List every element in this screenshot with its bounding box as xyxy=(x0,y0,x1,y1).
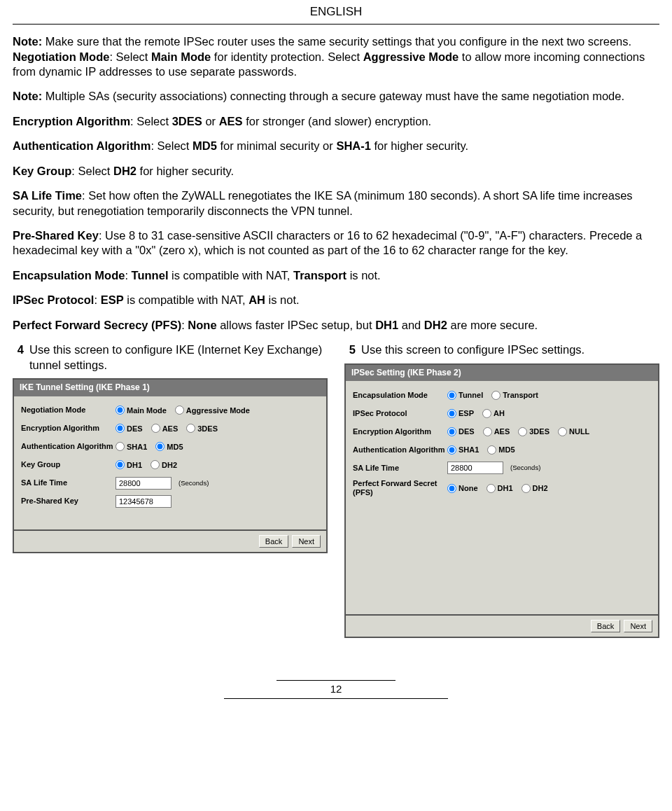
radio-input[interactable] xyxy=(483,427,492,436)
row-encapmode: Encapsulation Mode Tunnel Transport xyxy=(353,388,652,402)
salife2-input[interactable] xyxy=(447,462,503,474)
radio-input[interactable] xyxy=(447,445,456,455)
taes: AES xyxy=(219,115,243,127)
note-1: Note: Make sure that the remote IPSec ro… xyxy=(13,34,659,49)
radio-input[interactable] xyxy=(447,427,456,436)
back-button[interactable]: Back xyxy=(259,535,288,548)
radio-none[interactable]: None xyxy=(447,483,478,493)
radio-input[interactable] xyxy=(175,406,184,415)
radio-sha1-2[interactable]: SHA1 xyxy=(447,445,479,455)
row-psk: Pre-Shared Key xyxy=(21,494,321,508)
radio-3des[interactable]: 3DES xyxy=(186,424,218,434)
radio-des2[interactable]: DES xyxy=(447,427,475,436)
ipsec-panel-body: Encapsulation Mode Tunnel Transport IPSe… xyxy=(346,381,658,614)
radio-main-mode[interactable]: Main Mode xyxy=(115,406,167,415)
radio-input[interactable] xyxy=(115,424,125,433)
radio-input[interactable] xyxy=(115,442,125,451)
back-button[interactable]: Back xyxy=(591,620,620,632)
negmode-label: Negotiation Mode xyxy=(21,406,115,415)
note-2: Note: Multiple SAs (security association… xyxy=(13,89,659,104)
row-encalg1: Encryption Algorithm DES AES 3DES xyxy=(21,422,321,436)
step-5-num: 5 xyxy=(344,342,356,357)
authalg-term: Authentication Algorithm xyxy=(13,139,150,152)
para-encalg: Encryption Algorithm: Select 3DES or AES… xyxy=(13,114,659,129)
t: : xyxy=(181,319,188,331)
radio-input[interactable] xyxy=(486,484,496,493)
radio-input[interactable] xyxy=(487,445,496,455)
row-salife1: SA Life Time (Seconds) xyxy=(21,476,321,490)
radio-input[interactable] xyxy=(558,427,567,436)
radio-pfs-dh2[interactable]: DH2 xyxy=(522,483,548,493)
opt-label: None xyxy=(458,483,478,493)
keygroup-label: Key Group xyxy=(21,460,115,469)
radio-transport[interactable]: Transport xyxy=(491,390,538,400)
opt-label: DES xyxy=(458,427,475,436)
radio-aggressive-mode[interactable]: Aggressive Mode xyxy=(175,406,250,415)
radio-input[interactable] xyxy=(518,427,527,436)
authalg2-label: Authentication Algorithm xyxy=(353,445,447,455)
radio-input[interactable] xyxy=(115,406,125,415)
radio-ah[interactable]: AH xyxy=(482,408,505,418)
para-salife: SA Life Time: Set how often the ZyWALL r… xyxy=(13,188,659,219)
step-4-text: Use this screen to configure IKE (Intern… xyxy=(29,342,328,373)
radio-aes[interactable]: AES xyxy=(151,424,178,434)
t: for higher security. xyxy=(136,165,234,177)
radio-input[interactable] xyxy=(151,424,160,433)
aggressive-term: Aggressive Mode xyxy=(363,50,459,63)
pfs-options: None DH1 DH2 xyxy=(447,483,652,493)
radio-aes2[interactable]: AES xyxy=(483,427,510,436)
salife1-input[interactable] xyxy=(115,477,172,490)
opt-label: DH2 xyxy=(533,483,548,493)
radio-input[interactable] xyxy=(150,460,160,469)
next-button[interactable]: Next xyxy=(624,620,652,632)
radio-esp[interactable]: ESP xyxy=(447,408,474,418)
opt-label: AES xyxy=(494,427,510,436)
radio-tunnel[interactable]: Tunnel xyxy=(447,390,483,400)
radio-md5[interactable]: MD5 xyxy=(155,442,183,452)
radio-input[interactable] xyxy=(491,391,500,400)
t: for minimal security or xyxy=(217,139,337,152)
radio-dh1[interactable]: DH1 xyxy=(115,460,142,470)
step-4: 4 Use this screen to configure IKE (Inte… xyxy=(13,342,328,373)
opt-label: NULL xyxy=(569,427,589,436)
row-authalg2: Authentication Algorithm SHA1 MD5 xyxy=(353,443,652,457)
ike-panel-body: Negotiation Mode Main Mode Aggressive Mo… xyxy=(14,396,326,529)
tdh2: DH2 xyxy=(113,165,136,177)
radio-md5-2[interactable]: MD5 xyxy=(487,445,514,455)
step-5: 5 Use this screen to configure IPSec set… xyxy=(344,342,659,357)
radio-input[interactable] xyxy=(447,391,456,400)
t: or xyxy=(202,115,219,127)
t: : Select xyxy=(71,165,113,177)
radio-3des2[interactable]: 3DES xyxy=(518,427,550,436)
tmd5: MD5 xyxy=(192,139,217,152)
encalg2-label: Encryption Algorithm xyxy=(353,427,447,436)
radio-input[interactable] xyxy=(447,484,456,493)
radio-input[interactable] xyxy=(115,460,125,469)
radio-dh2[interactable]: DH2 xyxy=(150,460,177,470)
radio-input[interactable] xyxy=(447,409,456,418)
salife2-label: SA Life Time xyxy=(353,464,447,473)
t: is not. xyxy=(346,269,381,282)
tnone: None xyxy=(188,319,216,331)
tdh1: DH1 xyxy=(375,319,398,331)
panel2-pad xyxy=(353,502,652,607)
opt-label: DH1 xyxy=(498,483,513,493)
ipsecproto-options: ESP AH xyxy=(447,408,652,418)
radio-sha1[interactable]: SHA1 xyxy=(115,442,147,452)
salife2-ctrl: (Seconds) xyxy=(447,462,652,474)
radio-pfs-dh1[interactable]: DH1 xyxy=(486,483,513,493)
psk-input[interactable] xyxy=(115,495,172,508)
radio-des[interactable]: DES xyxy=(115,424,143,434)
footer-rule-2 xyxy=(224,698,448,699)
radio-input[interactable] xyxy=(155,442,164,451)
radio-input[interactable] xyxy=(522,484,531,493)
next-button[interactable]: Next xyxy=(292,535,321,548)
radio-input[interactable] xyxy=(482,409,491,418)
row-salife2: SA Life Time (Seconds) xyxy=(353,461,652,475)
radio-null[interactable]: NULL xyxy=(558,427,589,436)
tdh2b: DH2 xyxy=(424,319,447,331)
row-negmode: Negotiation Mode Main Mode Aggressive Mo… xyxy=(21,403,321,417)
radio-input[interactable] xyxy=(186,424,195,433)
keygroup-options: DH1 DH2 xyxy=(115,460,321,470)
para-ipsecproto: IPSec Protocol: ESP is compatible with N… xyxy=(13,293,659,307)
